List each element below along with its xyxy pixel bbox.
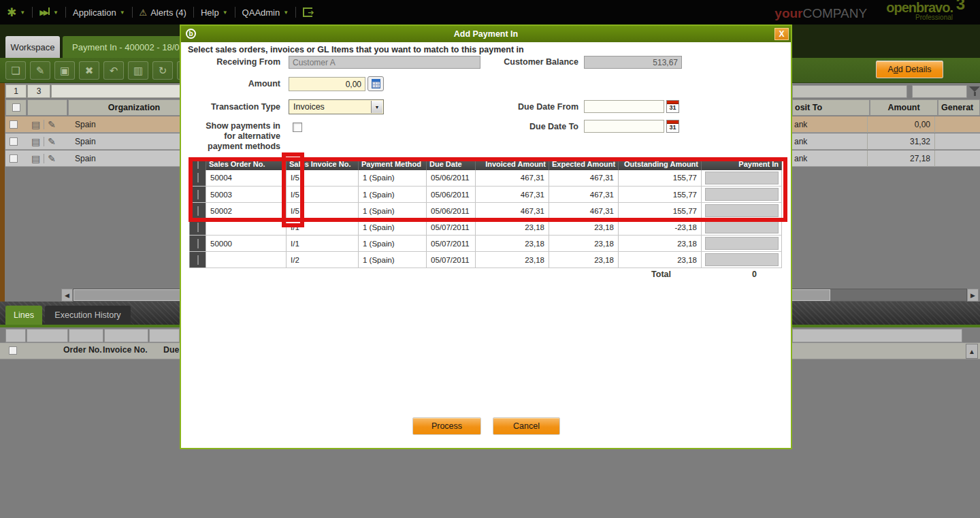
user-menu[interactable]: QAAdmin ▼ — [235, 7, 296, 18]
chevron-down-icon[interactable]: ▼ — [371, 101, 382, 113]
show-payments-checkbox[interactable] — [293, 123, 302, 132]
due-header[interactable]: Due — [163, 345, 179, 355]
edit-pencil-icon[interactable]: ✎ — [48, 136, 56, 147]
favorites-menu[interactable]: ✱ ▼ — [0, 5, 32, 20]
due-date-from-input[interactable] — [584, 100, 664, 113]
grid-filter-cell[interactable] — [912, 85, 967, 98]
row-checkbox[interactable] — [10, 137, 18, 146]
grid-filter-cell[interactable] — [104, 329, 148, 342]
application-menu[interactable]: Application ▼ — [66, 7, 132, 18]
col-expected-amount[interactable]: Expected Amount — [549, 159, 619, 170]
row-checkbox[interactable] — [197, 206, 199, 216]
grid-header-general[interactable]: Generat — [938, 99, 980, 116]
payment-in-input[interactable] — [705, 221, 779, 233]
grid-filter-cell[interactable] — [69, 329, 103, 342]
payment-in-cell — [702, 170, 782, 187]
col-sales-order-no[interactable]: Sales Order No. — [206, 159, 287, 170]
payment-in-input[interactable] — [705, 253, 779, 266]
grid-header-deposit-to[interactable]: osit To — [792, 99, 870, 116]
grid-filter-cell[interactable] — [792, 329, 962, 342]
scroll-left-button[interactable]: ◀ — [61, 289, 73, 302]
select-all-checkbox[interactable] — [197, 159, 199, 169]
document-icon[interactable]: ▤ — [31, 153, 40, 164]
calendar-button[interactable]: 31 — [666, 120, 679, 133]
row-checkbox[interactable] — [197, 190, 199, 199]
delete-button[interactable]: ▥ — [128, 61, 148, 80]
payment-in-input[interactable] — [705, 188, 779, 201]
table-row[interactable]: 50000 I/1 1 (Spain) 05/07/2011 23,18 23,… — [190, 236, 782, 252]
undo-button[interactable]: ↶ — [103, 61, 124, 80]
row-checkbox-cell — [190, 236, 206, 252]
table-row[interactable]: 50003 I/5 1 (Spain) 05/06/2011 467,31 46… — [190, 187, 782, 203]
col-payment-in[interactable]: Payment In — [702, 159, 782, 170]
cancel-button[interactable]: Cancel — [493, 417, 560, 435]
tab-workspace[interactable]: Workspace — [5, 36, 60, 58]
payment-in-input[interactable] — [705, 172, 779, 184]
calendar-button[interactable]: 31 — [666, 100, 679, 113]
help-menu[interactable]: Help ▼ — [194, 7, 235, 18]
filter-funnel-icon[interactable] — [969, 86, 980, 96]
amount-input[interactable]: 0,00 — [289, 77, 365, 91]
grid-filter-cell[interactable] — [149, 329, 180, 342]
col-invoiced-amount[interactable]: Invoiced Amount — [476, 159, 549, 170]
row-checkbox[interactable] — [197, 173, 199, 182]
table-row[interactable]: I/2 1 (Spain) 05/07/2011 23,18 23,18 23,… — [190, 252, 782, 268]
col-due-date[interactable]: Due Date — [427, 159, 476, 170]
row-checkbox[interactable] — [197, 255, 199, 265]
table-row[interactable]: ank 27,18 — [792, 150, 980, 167]
grid-count-cell: 3 — [27, 84, 50, 98]
panel-left-edge — [0, 83, 5, 303]
table-row[interactable]: ▤ ✎ Spain — [5, 150, 200, 167]
grid-edit-button[interactable]: ✎ — [30, 61, 50, 80]
scroll-right-button[interactable]: ▶ — [967, 289, 979, 302]
table-row[interactable]: 50004 I/5 1 (Spain) 05/06/2011 467,31 46… — [190, 170, 782, 187]
row-checkbox[interactable] — [197, 223, 199, 232]
grid-header-checkbox-cell — [5, 99, 27, 116]
table-row[interactable]: 50002 I/5 1 (Spain) 05/06/2011 467,31 46… — [190, 203, 782, 219]
table-row[interactable]: ank 0,00 — [792, 116, 980, 133]
close-icon: X — [779, 29, 784, 39]
grid-filter-cell[interactable] — [51, 84, 200, 98]
table-row[interactable]: ank 31,32 — [792, 133, 980, 150]
grid-header-amount[interactable]: Amount — [870, 99, 938, 116]
logout-button[interactable]: ➔ — [296, 7, 319, 17]
save-close-button[interactable]: ✖ — [79, 61, 99, 80]
payment-in-input[interactable] — [705, 237, 779, 250]
edit-pencil-icon[interactable]: ✎ — [48, 153, 56, 164]
calculator-button[interactable] — [368, 76, 384, 91]
row-checkbox[interactable] — [10, 120, 18, 129]
payment-in-cell — [702, 236, 782, 252]
table-row[interactable]: ▤ ✎ Spain — [5, 133, 200, 150]
grid-filter-cell[interactable] — [792, 85, 907, 98]
table-row[interactable]: I/1 1 (Spain) 05/07/2011 23,18 23,18 -23… — [190, 219, 782, 236]
transaction-type-select[interactable]: Invoices ▼ — [289, 99, 384, 114]
tab-lines[interactable]: Lines — [5, 306, 42, 325]
select-all-checkbox[interactable] — [9, 346, 17, 355]
scroll-up-button[interactable]: ▲ — [966, 344, 978, 359]
document-icon[interactable]: ▤ — [31, 136, 40, 147]
payment-in-input[interactable] — [705, 204, 779, 217]
tab-execution-history[interactable]: Execution History — [45, 306, 131, 325]
save-button[interactable]: ▣ — [54, 61, 75, 80]
document-icon[interactable]: ▤ — [31, 119, 40, 130]
select-all-checkbox[interactable] — [12, 103, 20, 112]
row-checkbox-cell — [190, 170, 206, 187]
invoice-no-header[interactable]: Invoice No. — [103, 345, 148, 355]
edit-pencil-icon[interactable]: ✎ — [48, 119, 56, 130]
recent-menu[interactable]: ▶▶ ▼ — [33, 7, 65, 17]
due-date-to-input[interactable] — [584, 120, 664, 133]
row-checkbox[interactable] — [197, 239, 199, 248]
process-button[interactable]: Process — [412, 417, 481, 435]
row-checkbox[interactable] — [10, 155, 18, 163]
refresh-button[interactable]: ↻ — [152, 61, 173, 80]
order-no-header[interactable]: Order No. — [63, 345, 102, 355]
expected-cell: 23,18 — [549, 219, 619, 236]
alerts-menu[interactable]: ⚠ Alerts (4) — [133, 7, 193, 18]
new-record-button[interactable]: ❏ — [5, 61, 26, 80]
add-details-button[interactable]: Add Details — [876, 61, 943, 78]
col-outstanding-amount[interactable]: Outstanding Amount — [619, 159, 702, 170]
col-sales-invoice-no[interactable]: Sales Invoice No. — [287, 159, 359, 170]
table-row[interactable]: ▤ ✎ Spain — [5, 116, 200, 133]
close-button[interactable]: X — [774, 28, 789, 40]
col-payment-method[interactable]: Payment Method — [359, 159, 427, 170]
